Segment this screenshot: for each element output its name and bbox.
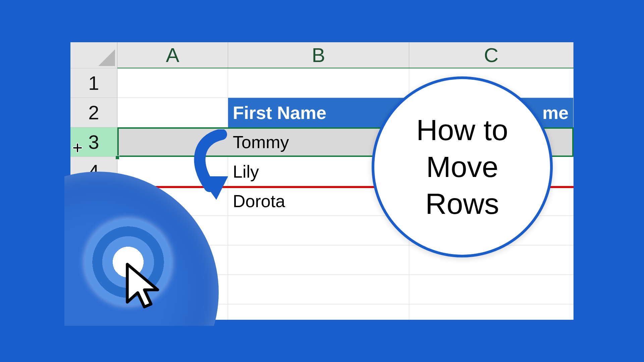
- cell-A1[interactable]: [117, 68, 228, 98]
- select-all-corner[interactable]: [70, 42, 117, 68]
- cell-empty[interactable]: [228, 245, 409, 275]
- selection-handle[interactable]: [115, 156, 119, 160]
- column-header-A[interactable]: A: [117, 42, 228, 68]
- brand-cursor-icon: [116, 259, 167, 316]
- row-header-2[interactable]: 2: [70, 98, 117, 127]
- column-header-B[interactable]: B: [228, 42, 409, 68]
- column-header-C[interactable]: C: [409, 42, 574, 68]
- row-header-1[interactable]: 1: [70, 68, 117, 98]
- callout-text: How to Move Rows: [416, 112, 508, 222]
- callout-line-2: Move: [426, 150, 498, 183]
- cell-A2[interactable]: [117, 98, 228, 127]
- cell-A3[interactable]: [117, 127, 228, 157]
- cell-empty[interactable]: [228, 304, 409, 320]
- cell-empty[interactable]: [228, 216, 409, 245]
- callout-line-3: Rows: [425, 187, 499, 220]
- thumbnail-frame: A B C 1 2 First Name me 3: [64, 36, 580, 326]
- cell-empty[interactable]: [409, 304, 574, 320]
- title-callout: How to Move Rows: [372, 76, 553, 257]
- callout-line-1: How to: [416, 113, 508, 146]
- cell-empty[interactable]: [228, 275, 409, 304]
- row-header-3[interactable]: 3: [70, 127, 117, 157]
- cell-empty[interactable]: [409, 275, 574, 304]
- cell-B2[interactable]: First Name: [228, 98, 409, 127]
- cell-B1[interactable]: [228, 68, 409, 98]
- column-header-row: A B C: [70, 42, 574, 68]
